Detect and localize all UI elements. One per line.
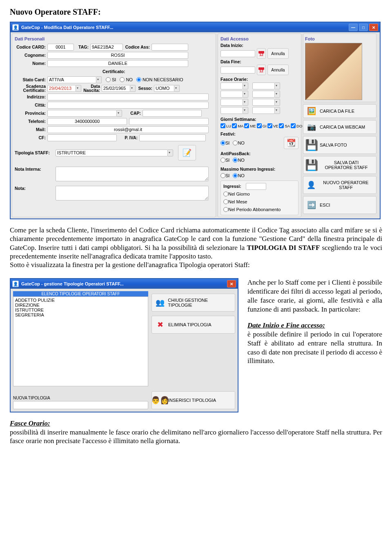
calendar-button[interactable]: 12 (257, 48, 266, 59)
maximize-button[interactable]: □ (359, 24, 368, 31)
input-fascia-2b[interactable] (252, 91, 275, 98)
input-fascia-3b[interactable] (252, 99, 275, 106)
radio-cert-nonnec[interactable] (136, 77, 141, 82)
person-icon: 👤 (307, 180, 316, 190)
label-nota-interna: Nota Interna: (15, 167, 56, 172)
input-nome[interactable] (47, 60, 188, 67)
input-fascia-1a[interactable] (220, 82, 243, 89)
radio-cert-no[interactable] (120, 77, 125, 82)
input-telefoni[interactable] (47, 118, 127, 125)
input-nuova-tipologia[interactable] (13, 401, 148, 409)
spinner-icon[interactable] (243, 82, 248, 89)
input-indirizzo[interactable] (47, 94, 209, 100)
radio-maxing-si[interactable] (220, 173, 225, 178)
chk-ve[interactable] (267, 123, 272, 128)
dropdown-icon[interactable] (96, 76, 102, 83)
radio-maxing-no[interactable] (233, 173, 238, 178)
spinner-icon[interactable] (243, 99, 248, 106)
radio-nel-giorno[interactable] (223, 192, 228, 196)
chk-do[interactable] (291, 123, 296, 128)
radio-cert-si[interactable] (106, 77, 111, 82)
close-button-2[interactable]: ✕ (227, 280, 236, 287)
radio-apb-si[interactable] (220, 158, 225, 163)
textarea-nota-interna[interactable] (56, 167, 209, 181)
label-data-inizio: Data Inizio: (220, 43, 298, 48)
elimina-tipologia-button[interactable]: ✖ELIMINA TIPOLOGIA (151, 316, 235, 334)
radio-nel-mese[interactable] (223, 199, 228, 204)
input-cognome[interactable] (47, 52, 188, 59)
input-cap[interactable] (143, 110, 202, 117)
dropdown-icon[interactable] (117, 110, 122, 117)
radio-festivi-no[interactable] (233, 140, 238, 145)
input-codice-card[interactable] (47, 44, 74, 51)
radio-nel-periodo[interactable] (223, 207, 228, 212)
spinner-icon[interactable] (275, 99, 280, 106)
chk-ma[interactable] (232, 123, 237, 128)
nuovo-operatore-button[interactable]: 👤NUOVO OPERATORE STAFF (303, 176, 376, 194)
input-telefoni-2[interactable] (129, 118, 209, 125)
list-item[interactable]: ADDETTO PULIZIE (14, 298, 147, 303)
inserisci-tipologia-button[interactable]: 👨‍👩‍INSERISCI TIPOLOGIA (151, 391, 235, 409)
input-data-fine[interactable] (220, 67, 255, 74)
chk-gi[interactable] (257, 123, 262, 128)
input-cf[interactable] (47, 134, 117, 141)
chk-lu[interactable] (220, 123, 225, 128)
input-citta[interactable] (47, 102, 209, 109)
festivi-calendar-button[interactable]: 📆 (284, 137, 298, 149)
select-stato-card[interactable] (47, 76, 96, 83)
input-codice-ass[interactable] (151, 44, 188, 51)
input-tag[interactable] (90, 44, 123, 51)
select-tipologia[interactable] (56, 149, 168, 156)
dropdown-icon[interactable] (168, 149, 173, 156)
input-piva[interactable] (139, 134, 206, 141)
spinner-icon[interactable] (275, 82, 280, 89)
list-item[interactable]: SEGRETERIA (14, 312, 147, 317)
input-provincia[interactable] (47, 110, 117, 117)
input-ingressi[interactable] (246, 183, 266, 190)
list-item[interactable]: DIREZIONE (14, 303, 147, 308)
label-tag: TAG: (74, 45, 90, 49)
edit-tipologie-button[interactable]: 📝 (178, 145, 196, 160)
esci-button[interactable]: ➡️ESCI (303, 196, 376, 214)
spinner-icon[interactable] (243, 107, 248, 114)
group-dati-accesso: Dati Accesso (220, 36, 298, 41)
input-fascia-3a[interactable] (220, 99, 243, 106)
dropdown-icon[interactable] (130, 85, 136, 92)
tipologie-list[interactable]: ADDETTO PULIZIE DIREZIONE ISTRUTTORE SEG… (13, 296, 148, 386)
list-item[interactable]: ISTRUTTORE (14, 308, 147, 312)
salva-dati-button[interactable]: 💾SALVA DATI OPERATORE STAFF (303, 156, 376, 174)
group-dati-personali: Dati Personali (15, 36, 213, 41)
annulla-fine-button[interactable]: Annulla (267, 65, 289, 75)
spinner-icon[interactable] (275, 107, 280, 114)
input-data-nascita[interactable] (102, 85, 130, 92)
close-button[interactable]: ✕ (369, 24, 378, 31)
input-fascia-2a[interactable] (220, 91, 243, 98)
carica-webcam-button[interactable]: 📷CARICA DA WEBCAM (303, 120, 376, 134)
label-nota: Nota: (15, 186, 56, 191)
input-fascia-4b[interactable] (252, 107, 275, 114)
input-fascia-4a[interactable] (220, 107, 243, 114)
carica-file-button[interactable]: 🖼️CARICA DA FILE (303, 104, 376, 118)
chiudi-gestione-button[interactable]: 👥CHIUDI GESTIONE TIPOLOGIE (151, 294, 235, 312)
calendar-button[interactable]: 12 (257, 65, 266, 75)
label-no: NO (238, 140, 245, 145)
radio-festivi-si[interactable] (220, 140, 225, 145)
dropdown-icon[interactable] (76, 85, 81, 92)
minimize-button[interactable]: — (349, 24, 358, 31)
chk-me[interactable] (244, 123, 249, 128)
spinner-icon[interactable] (275, 91, 280, 98)
dropdown-icon[interactable] (174, 85, 180, 92)
input-scad-cert[interactable] (47, 85, 76, 92)
spinner-icon[interactable] (243, 91, 248, 98)
chk-sa[interactable] (279, 123, 284, 128)
input-data-inizio[interactable] (220, 50, 255, 57)
textarea-nota[interactable] (56, 186, 209, 201)
day-ma: MA (238, 124, 243, 128)
label-certificato: Certificato: (102, 69, 135, 74)
input-mail[interactable] (47, 126, 209, 133)
annulla-inizio-button[interactable]: Annulla (267, 48, 289, 59)
select-sesso[interactable] (154, 85, 174, 92)
salva-foto-button[interactable]: 💾SALVA FOTO (303, 136, 376, 154)
radio-apb-no[interactable] (233, 158, 238, 163)
input-fascia-1b[interactable] (252, 82, 275, 89)
